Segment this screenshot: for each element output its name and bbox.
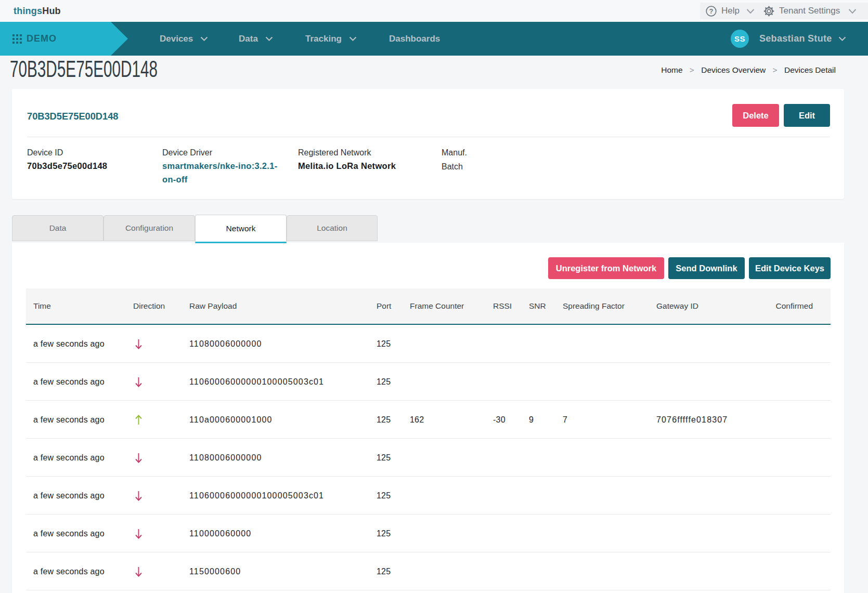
svg-text:?: ?	[709, 7, 714, 15]
